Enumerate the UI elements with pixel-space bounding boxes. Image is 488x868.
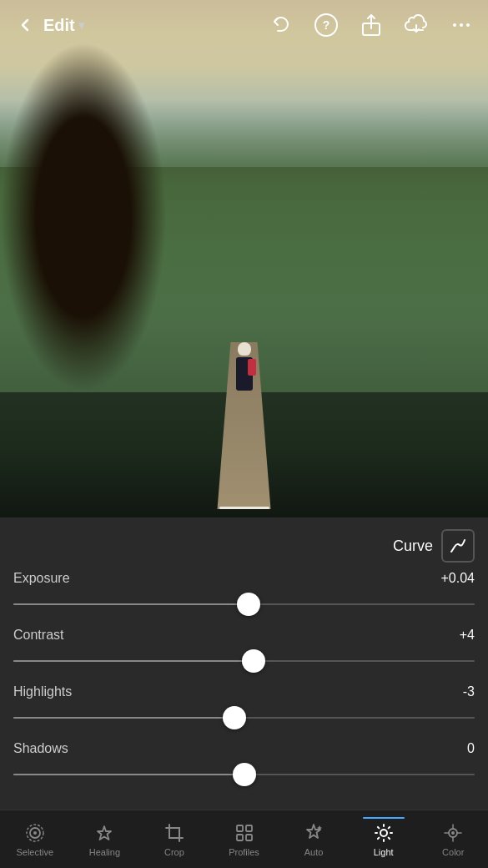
exposure-thumb[interactable]	[237, 593, 260, 616]
hiker-head	[238, 342, 251, 356]
exposure-label: Exposure	[13, 571, 70, 586]
contrast-slider-row: Contrast +4	[13, 628, 475, 673]
shadows-header: Shadows 0	[13, 741, 475, 756]
contrast-thumb[interactable]	[242, 649, 265, 673]
selective-label: Selective	[16, 847, 53, 857]
active-indicator	[363, 817, 405, 819]
nav-item-auto[interactable]: Auto	[279, 817, 349, 862]
svg-rect-9	[169, 828, 179, 838]
back-button[interactable]	[12, 12, 38, 38]
highlights-header: Highlights -3	[13, 684, 475, 699]
auto-label: Auto	[304, 847, 324, 857]
highlights-thumb[interactable]	[223, 706, 246, 729]
crop-icon	[164, 822, 185, 844]
curve-button[interactable]	[441, 529, 475, 563]
light-label: Light	[374, 847, 394, 857]
color-icon	[442, 822, 464, 844]
healing-label: Healing	[89, 847, 120, 857]
svg-point-8	[33, 831, 37, 835]
nav-item-color[interactable]: Color	[418, 817, 488, 862]
color-label: Color	[442, 847, 464, 857]
nav-item-crop[interactable]: Crop	[139, 817, 209, 862]
contrast-value: +4	[460, 628, 475, 643]
shadows-slider-row: Shadows 0	[13, 741, 475, 786]
edit-panel: Curve Exposure +0.04 Contrast	[0, 517, 488, 810]
highlights-slider-row: Highlights -3	[13, 684, 475, 729]
shadows-track[interactable]	[13, 774, 475, 775]
exposure-fill	[13, 603, 249, 605]
curve-label: Curve	[393, 537, 433, 555]
hiker-pack	[248, 359, 256, 376]
highlights-fill	[13, 717, 234, 719]
top-bar: Edit ▾ ?	[0, 0, 488, 50]
light-icon	[373, 822, 395, 844]
help-button[interactable]: ?	[311, 10, 341, 40]
svg-point-4	[460, 23, 463, 27]
highlights-label: Highlights	[13, 684, 72, 699]
hiker-body	[236, 357, 253, 391]
contrast-fill	[13, 660, 254, 662]
tree-silhouette	[0, 42, 167, 392]
contrast-header: Contrast +4	[13, 628, 475, 643]
nav-item-light[interactable]: Light	[349, 817, 419, 862]
profiles-icon	[234, 822, 255, 844]
edit-label[interactable]: Edit ▾	[43, 16, 84, 35]
highlights-track-container[interactable]	[13, 706, 475, 729]
sliders-area: Exposure +0.04 Contrast +4	[0, 571, 488, 786]
crop-label: Crop	[164, 847, 184, 857]
nav-item-selective[interactable]: Selective	[0, 817, 70, 862]
shadows-value: 0	[467, 741, 475, 756]
cloud-button[interactable]	[401, 10, 431, 40]
shadows-fill	[13, 774, 244, 775]
svg-point-5	[466, 23, 470, 27]
nav-item-healing[interactable]: Healing	[70, 817, 140, 862]
share-button[interactable]	[356, 10, 386, 40]
exposure-track-container[interactable]	[13, 593, 475, 616]
nav-item-profiles[interactable]: Profiles	[209, 817, 279, 862]
svg-point-14	[380, 830, 387, 836]
progress-indicator	[219, 507, 269, 509]
shadows-thumb[interactable]	[233, 763, 256, 786]
contrast-track[interactable]	[13, 660, 475, 662]
healing-icon	[93, 822, 115, 844]
shadows-label: Shadows	[13, 741, 68, 756]
contrast-track-container[interactable]	[13, 649, 475, 673]
svg-rect-10	[237, 825, 243, 831]
bottom-nav: Selective Healing Crop	[0, 810, 488, 868]
svg-text:?: ?	[323, 18, 330, 32]
svg-rect-13	[246, 835, 252, 840]
auto-icon	[303, 822, 324, 844]
svg-rect-12	[237, 835, 243, 840]
svg-point-16	[451, 831, 455, 835]
selective-icon	[24, 822, 46, 844]
hiker-figure	[233, 342, 256, 401]
profiles-label: Profiles	[229, 847, 259, 857]
shadows-track-container[interactable]	[13, 763, 475, 786]
exposure-slider-row: Exposure +0.04	[13, 571, 475, 616]
curve-header: Curve	[0, 517, 488, 571]
top-bar-right: ?	[266, 10, 476, 40]
photo-area	[0, 0, 488, 526]
undo-button[interactable]	[266, 10, 296, 40]
svg-point-3	[453, 23, 456, 27]
exposure-value: +0.04	[441, 571, 475, 586]
top-bar-left: Edit ▾	[12, 12, 84, 38]
highlights-track[interactable]	[13, 717, 475, 719]
exposure-header: Exposure +0.04	[13, 571, 475, 586]
exposure-track[interactable]	[13, 603, 475, 605]
highlights-value: -3	[463, 684, 475, 699]
svg-rect-11	[246, 825, 252, 831]
contrast-label: Contrast	[13, 628, 63, 643]
more-button[interactable]	[446, 10, 476, 40]
